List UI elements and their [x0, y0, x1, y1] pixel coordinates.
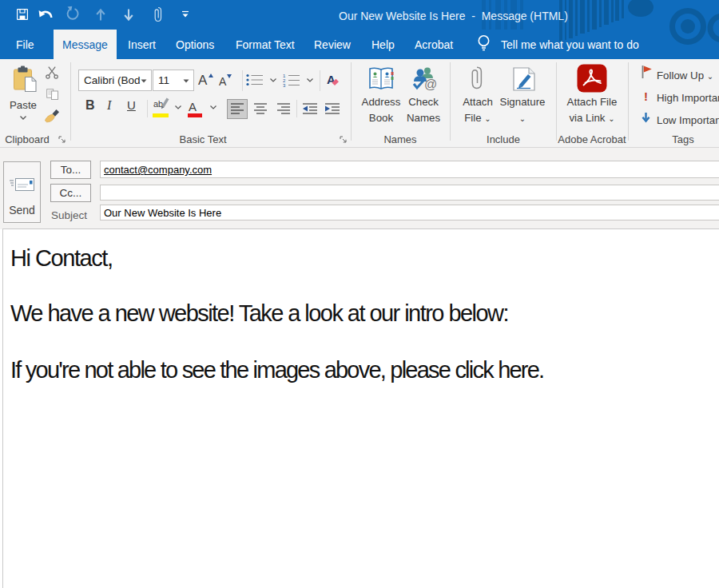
svg-text:3: 3: [283, 83, 286, 88]
svg-text:@: @: [424, 77, 437, 91]
svg-text:2: 2: [283, 78, 286, 83]
